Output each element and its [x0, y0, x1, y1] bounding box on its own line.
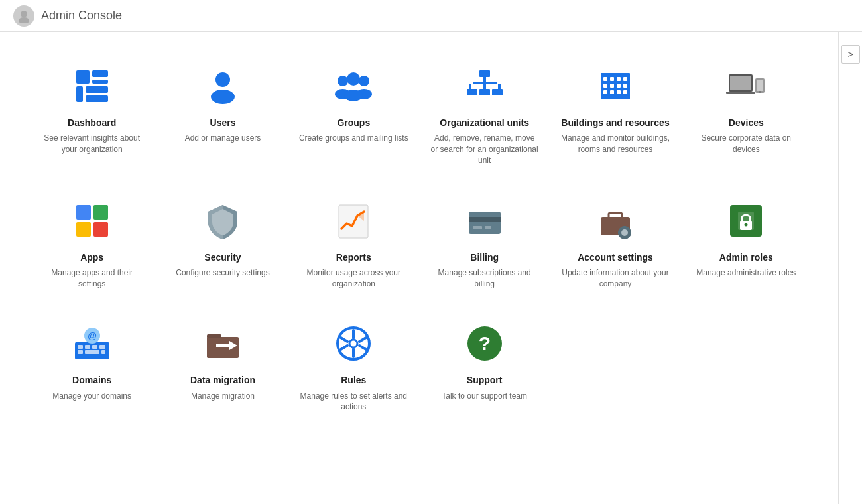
groups-desc: Create groups and mailing lists — [299, 133, 408, 144]
svg-point-65 — [745, 223, 748, 226]
buildings-icon — [594, 65, 637, 107]
svg-rect-77 — [207, 334, 221, 338]
groups-icon — [332, 65, 375, 107]
svg-rect-53 — [485, 226, 491, 229]
svg-rect-7 — [86, 95, 108, 102]
users-item[interactable]: Users Add or manage users — [157, 45, 288, 180]
svg-rect-37 — [623, 90, 627, 94]
data-migration-icon — [202, 322, 244, 365]
svg-rect-16 — [479, 70, 490, 77]
header-title: Admin Console — [41, 9, 122, 23]
header: Admin Console — [0, 0, 862, 32]
svg-point-10 — [338, 76, 348, 86]
org-units-title: Organizational units — [440, 117, 529, 129]
security-title: Security — [204, 251, 241, 263]
account-icon — [594, 200, 637, 242]
header-logo — [13, 5, 34, 27]
domains-item[interactable]: @ Domains Manage your domains — [27, 302, 157, 426]
support-title: Support — [467, 374, 503, 386]
reports-title: Reports — [336, 251, 371, 263]
svg-rect-44 — [76, 205, 91, 220]
data-migration-item[interactable]: Data migration Manage migration — [157, 302, 288, 426]
svg-point-12 — [347, 72, 360, 86]
reports-icon — [332, 200, 375, 242]
admin-roles-icon — [725, 200, 767, 242]
svg-rect-45 — [93, 205, 108, 220]
users-desc: Add or manage users — [185, 133, 261, 144]
svg-rect-50 — [469, 212, 501, 234]
billing-desc: Manage subscriptions and billing — [430, 267, 539, 290]
dashboard-item[interactable]: Dashboard See relevant insights about yo… — [27, 45, 157, 180]
svg-rect-42 — [757, 80, 763, 91]
svg-rect-58 — [623, 226, 626, 229]
rules-icon — [332, 322, 375, 365]
support-desc: Talk to our support team — [442, 391, 527, 402]
svg-rect-39 — [730, 76, 751, 90]
users-title: Users — [210, 117, 236, 129]
data-migration-desc: Manage migration — [191, 391, 255, 402]
admin-roles-title: Admin roles — [719, 251, 773, 263]
account-item[interactable]: Account settings Update information abou… — [550, 180, 680, 303]
svg-rect-32 — [617, 84, 621, 88]
svg-line-86 — [341, 346, 347, 349]
org-units-item[interactable]: Organizational units Add, remove, rename… — [419, 45, 550, 180]
svg-point-9 — [211, 90, 235, 104]
svg-rect-22 — [467, 89, 477, 95]
admin-roles-item[interactable]: Admin roles Manage administrative roles — [681, 180, 812, 303]
apps-item[interactable]: Apps Manage apps and their settings — [27, 180, 157, 303]
svg-point-87 — [349, 340, 357, 347]
svg-point-0 — [21, 11, 27, 17]
content-area: Dashboard See relevant insights about yo… — [0, 32, 838, 504]
billing-item[interactable]: Billing Manage subscriptions and billing — [419, 180, 550, 303]
expand-button[interactable]: > — [841, 45, 860, 64]
reports-item[interactable]: Reports Monitor usage across your organi… — [288, 180, 419, 303]
support-item[interactable]: ? Support Talk to our support team — [419, 302, 550, 426]
svg-rect-55 — [609, 213, 622, 218]
admin-roles-desc: Manage administrative roles — [696, 267, 796, 279]
svg-rect-24 — [492, 89, 503, 95]
security-icon — [202, 200, 244, 242]
svg-rect-31 — [610, 84, 614, 88]
groups-title: Groups — [337, 117, 370, 129]
rules-item[interactable]: Rules Manage rules to set alerts and act… — [288, 302, 419, 426]
svg-rect-28 — [617, 77, 621, 81]
devices-item[interactable]: Devices Secure corporate data on devices — [681, 45, 812, 180]
svg-rect-19 — [469, 84, 471, 89]
svg-rect-29 — [623, 77, 627, 81]
svg-rect-5 — [76, 86, 83, 102]
svg-rect-72 — [85, 350, 99, 354]
svg-point-15 — [344, 90, 363, 101]
dashboard-icon — [71, 65, 113, 107]
svg-rect-21 — [498, 84, 501, 89]
svg-rect-52 — [473, 226, 482, 229]
svg-rect-46 — [76, 222, 91, 237]
domains-desc: Manage your domains — [52, 391, 131, 402]
data-migration-title: Data migration — [190, 374, 255, 386]
svg-point-11 — [359, 76, 369, 86]
svg-rect-47 — [93, 222, 108, 237]
groups-item[interactable]: Groups Create groups and mailing lists — [288, 45, 419, 180]
svg-rect-71 — [78, 350, 83, 354]
account-desc: Update information about your company — [560, 267, 670, 290]
svg-rect-4 — [92, 80, 108, 84]
svg-line-85 — [359, 338, 366, 342]
svg-rect-67 — [78, 345, 83, 349]
security-desc: Configure security settings — [176, 267, 269, 279]
svg-line-84 — [359, 346, 366, 349]
apps-desc: Manage apps and their settings — [37, 267, 147, 290]
svg-rect-68 — [85, 345, 90, 349]
svg-rect-36 — [617, 90, 621, 94]
svg-rect-70 — [99, 345, 105, 349]
svg-rect-18 — [473, 82, 497, 84]
svg-text:?: ? — [478, 332, 490, 354]
svg-rect-23 — [479, 89, 490, 95]
svg-rect-20 — [483, 84, 486, 89]
svg-rect-34 — [603, 90, 607, 94]
buildings-desc: Manage and monitor buildings, rooms and … — [560, 133, 670, 155]
svg-rect-69 — [92, 345, 97, 349]
buildings-item[interactable]: Buildings and resources Manage and monit… — [550, 45, 680, 180]
users-icon — [202, 65, 244, 107]
billing-title: Billing — [470, 251, 499, 263]
svg-text:@: @ — [88, 330, 97, 341]
security-item[interactable]: Security Configure security settings — [157, 180, 288, 303]
